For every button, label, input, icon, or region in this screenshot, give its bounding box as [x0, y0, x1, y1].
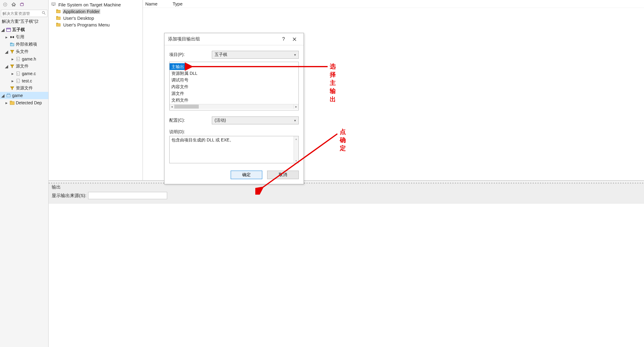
fs-root-label: File System on Target Machine — [58, 2, 122, 7]
chevron-down-icon: ▾ — [294, 119, 296, 123]
solution-explorer-toolbar — [0, 0, 48, 9]
setup-project-icon — [6, 93, 11, 98]
tree-label: 外部依赖项 — [16, 42, 37, 47]
project-dropdown[interactable]: 五子棋 ▾ — [212, 51, 299, 59]
svg-rect-23 — [52, 3, 55, 5]
svg-rect-20 — [7, 94, 10, 95]
ok-button[interactable]: 确定 — [231, 171, 262, 179]
solution-line[interactable]: 解决方案"五子棋"(2 — [0, 18, 48, 26]
chevron-down-icon: ▾ — [294, 53, 296, 57]
list-item[interactable]: 内容文件 — [170, 83, 298, 90]
expand-icon[interactable]: ▸ — [10, 78, 15, 83]
description-box: 包含由项目生成的 DLL 或 EXE。 ▴ ▾ — [169, 136, 299, 163]
sync-icon[interactable] — [19, 2, 25, 7]
tree-label: 引用 — [16, 34, 24, 40]
cancel-button[interactable]: 取消 — [267, 171, 299, 179]
tree-detected-deps[interactable]: ▸ Detected Dep — [0, 99, 48, 106]
home-icon[interactable] — [11, 2, 16, 7]
external-deps-icon — [10, 42, 15, 47]
tree-resources[interactable]: 资源文件 — [0, 85, 48, 92]
svg-rect-3 — [22, 3, 23, 4]
dialog-titlebar: 添加项目输出组 ? — [164, 33, 304, 45]
expand-icon[interactable]: ▸ — [10, 57, 15, 61]
header-file-icon: h — [16, 57, 21, 61]
solution-search-input[interactable] — [1, 11, 47, 16]
list-item[interactable]: 资源附属 DLL — [170, 70, 298, 77]
list-item[interactable]: 调试符号 — [170, 77, 298, 83]
tree-headers[interactable]: ◢ 头文件 — [0, 48, 48, 55]
expand-icon[interactable]: ▸ — [4, 35, 9, 40]
project-dropdown-value: 五子棋 — [215, 52, 227, 57]
output-type-list[interactable]: 主输出 资源附属 DLL 调试符号 内容文件 源文件 文档文件 ◂ ▸ — [169, 62, 299, 110]
svg-text:c: c — [17, 73, 19, 75]
config-dropdown[interactable]: (活动) ▾ — [212, 116, 299, 124]
folder-icon — [56, 9, 61, 14]
list-item[interactable]: 源文件 — [170, 90, 298, 97]
description-text: 包含由项目生成的 DLL 或 EXE。 — [171, 137, 234, 142]
tree-project-game[interactable]: ◢ game — [0, 92, 48, 99]
search-icon — [42, 11, 46, 16]
tree-file-game-h[interactable]: ▸ h game.h — [0, 55, 48, 63]
column-name[interactable]: Name — [145, 1, 173, 6]
tree-label: game — [12, 93, 23, 98]
project-icon — [6, 27, 11, 32]
collapse-icon[interactable]: ◢ — [1, 27, 5, 32]
svg-text:h: h — [17, 58, 19, 60]
filter-icon — [10, 49, 15, 54]
list-horizontal-scrollbar[interactable]: ◂ ▸ — [170, 104, 298, 109]
list-item[interactable]: 文档文件 — [170, 97, 298, 103]
fs-users-desktop[interactable]: User's Desktop — [50, 15, 141, 21]
tree-label: game.c — [22, 71, 36, 76]
svg-rect-30 — [57, 23, 58, 24]
collapse-icon[interactable]: ◢ — [4, 64, 9, 69]
description-vertical-scrollbar[interactable]: ▴ ▾ — [294, 136, 298, 163]
tree-references[interactable]: ▸ 引用 — [0, 33, 48, 41]
scrollbar-thumb[interactable] — [174, 105, 199, 109]
list-item-primary-output[interactable]: 主输出 — [170, 63, 186, 70]
solution-tree: ◢ 五子棋 ▸ 引用 外部依赖项 ◢ 头文件 — [0, 26, 48, 347]
c-file-icon: c — [16, 78, 21, 83]
project-label: 项目(P): — [169, 52, 212, 57]
tree-label: 五子棋 — [12, 27, 25, 33]
fs-root[interactable]: File System on Target Machine — [50, 1, 141, 8]
svg-rect-11 — [10, 43, 14, 46]
tree-file-test-c[interactable]: ▸ c test.c — [0, 77, 48, 85]
tree-project[interactable]: ◢ 五子棋 — [0, 26, 48, 33]
svg-rect-7 — [7, 28, 11, 29]
fs-application-folder[interactable]: Application Folder — [50, 8, 141, 15]
filter-icon — [10, 86, 15, 91]
collapse-icon[interactable]: ◢ — [1, 93, 5, 98]
scroll-right-icon[interactable]: ▸ — [294, 104, 298, 109]
scroll-left-icon[interactable]: ◂ — [170, 104, 174, 109]
tree-file-game-c[interactable]: ▸ c game.c — [0, 70, 48, 77]
svg-rect-24 — [53, 5, 54, 6]
svg-rect-8 — [10, 36, 12, 38]
svg-rect-26 — [57, 9, 58, 10]
collapse-icon[interactable]: ◢ — [4, 49, 9, 54]
c-file-icon: c — [16, 71, 21, 76]
scroll-down-icon[interactable]: ▾ — [294, 158, 298, 163]
tree-label: Detected Dep — [16, 100, 42, 105]
close-button[interactable] — [289, 34, 300, 44]
svg-text:c: c — [17, 80, 19, 82]
svg-rect-12 — [10, 43, 12, 43]
svg-rect-9 — [13, 36, 14, 38]
file-system-tree-pane: File System on Target Machine Applicatio… — [49, 0, 143, 181]
fs-users-programs-menu[interactable]: User's Programs Menu — [50, 21, 141, 28]
expand-icon[interactable]: ▸ — [4, 100, 9, 105]
fs-folder-label: User's Programs Menu — [63, 22, 110, 27]
back-icon[interactable] — [2, 2, 8, 7]
output-source-dropdown[interactable] — [88, 192, 167, 199]
column-type[interactable]: Type — [173, 1, 200, 6]
svg-point-0 — [3, 3, 7, 6]
tree-label: 源文件 — [16, 64, 29, 69]
help-button[interactable]: ? — [278, 34, 289, 44]
expand-icon[interactable]: ▸ — [10, 71, 15, 76]
scroll-up-icon[interactable]: ▴ — [294, 136, 298, 141]
tree-label: game.h — [22, 57, 36, 61]
solution-search[interactable] — [1, 10, 47, 17]
tree-external-deps[interactable]: 外部依赖项 — [0, 41, 48, 48]
tree-sources[interactable]: ◢ 源文件 — [0, 63, 48, 70]
output-source-label: 显示输出来源(S): — [52, 193, 86, 199]
svg-rect-28 — [57, 16, 58, 17]
